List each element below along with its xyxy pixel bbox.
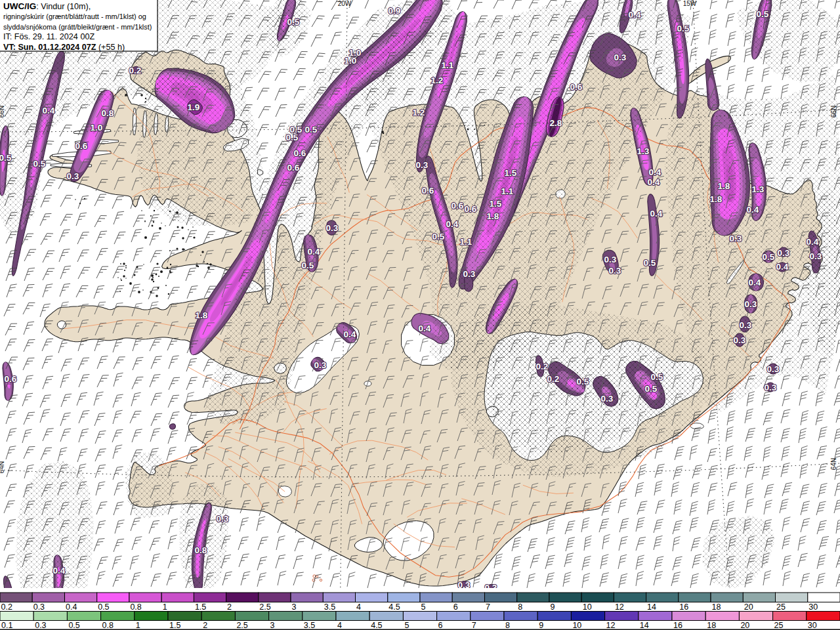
- svg-text:0.4: 0.4: [747, 205, 759, 215]
- svg-text:4.5: 4.5: [388, 602, 400, 612]
- svg-text:0.4: 0.4: [53, 566, 66, 576]
- svg-text:0.3: 0.3: [217, 514, 229, 524]
- svg-text:9: 9: [550, 602, 555, 612]
- svg-text:0.5: 0.5: [763, 252, 775, 262]
- svg-text:3.5: 3.5: [324, 602, 335, 612]
- svg-text:0.2: 0.2: [547, 374, 560, 384]
- svg-text:0.4: 0.4: [650, 209, 663, 219]
- svg-text:0.8: 0.8: [130, 602, 141, 612]
- svg-text:0.4: 0.4: [776, 262, 789, 272]
- svg-text:6: 6: [438, 621, 443, 630]
- svg-text:0.6: 0.6: [422, 186, 434, 196]
- svg-text:0.6: 0.6: [452, 201, 464, 211]
- svg-text:8: 8: [518, 602, 522, 612]
- svg-text:1.1: 1.1: [501, 186, 514, 196]
- svg-text:1.9: 1.9: [188, 102, 200, 112]
- svg-text:0.5: 0.5: [757, 9, 769, 19]
- svg-text:0.3: 0.3: [778, 248, 790, 258]
- svg-text:20: 20: [740, 621, 749, 630]
- svg-text:0.6: 0.6: [570, 82, 583, 92]
- svg-text:0.4: 0.4: [66, 602, 77, 612]
- svg-text:0.6: 0.6: [5, 374, 17, 384]
- svg-text:0.6: 0.6: [294, 148, 306, 158]
- svg-text:25: 25: [776, 602, 786, 612]
- svg-text:0.8: 0.8: [102, 621, 114, 630]
- svg-text:IT: Fös. 29. 11. 2024 00Z: IT: Fös. 29. 11. 2024 00Z: [3, 32, 94, 41]
- svg-text:VT: Sun. 01.12.2024 07Z (+55 h: VT: Sun. 01.12.2024 07Z (+55 h): [3, 43, 125, 52]
- svg-text:0.5: 0.5: [677, 24, 690, 33]
- svg-text:0.3: 0.3: [33, 602, 45, 612]
- svg-text:8: 8: [505, 621, 510, 630]
- svg-text:0.5: 0.5: [645, 384, 658, 394]
- svg-text:0.5: 0.5: [33, 159, 46, 169]
- svg-text:1.5: 1.5: [169, 621, 180, 630]
- svg-text:4.5: 4.5: [371, 621, 382, 630]
- svg-text:0.2: 0.2: [536, 362, 549, 371]
- svg-text:1.0: 1.0: [345, 56, 357, 66]
- svg-text:16: 16: [673, 621, 682, 630]
- svg-text:0.5: 0.5: [577, 377, 589, 387]
- svg-text:0.4: 0.4: [308, 247, 320, 257]
- svg-text:0.3: 0.3: [614, 52, 627, 62]
- svg-text:1.3: 1.3: [752, 184, 765, 194]
- svg-text:UWC/IG: Vindur (10m),: UWC/IG: Vindur (10m),: [3, 1, 91, 11]
- svg-text:6: 6: [453, 602, 458, 612]
- svg-text:0.6: 0.6: [75, 141, 88, 151]
- svg-text:18: 18: [707, 621, 716, 630]
- svg-text:64N: 64N: [830, 458, 837, 470]
- svg-text:3: 3: [270, 621, 275, 630]
- svg-text:0.3: 0.3: [810, 251, 822, 261]
- svg-text:14: 14: [647, 602, 656, 612]
- svg-text:66N: 66N: [830, 106, 837, 117]
- svg-text:0.3: 0.3: [609, 266, 621, 276]
- svg-text:2.8: 2.8: [550, 118, 562, 128]
- svg-text:30: 30: [808, 602, 818, 612]
- svg-text:1.1: 1.1: [442, 60, 454, 70]
- svg-text:10: 10: [572, 621, 581, 630]
- svg-text:0.3: 0.3: [463, 269, 476, 279]
- svg-text:slydda/snjókoma (grátt/bleikt/: slydda/snjókoma (grátt/bleikt/grænt - mm…: [3, 23, 152, 31]
- svg-text:0.3: 0.3: [730, 234, 742, 243]
- svg-text:rigning/skúrir (grænt/blátt/ra: rigning/skúrir (grænt/blátt/rautt - mm/1…: [3, 12, 146, 20]
- svg-text:0.5: 0.5: [651, 372, 663, 382]
- svg-text:0.5: 0.5: [644, 258, 656, 268]
- svg-text:64N: 64N: [0, 461, 5, 473]
- svg-text:1.2: 1.2: [413, 108, 425, 117]
- svg-text:0.5: 0.5: [286, 133, 299, 142]
- svg-text:0.3: 0.3: [314, 360, 327, 370]
- svg-text:9: 9: [539, 621, 543, 630]
- svg-text:0.5: 0.5: [98, 602, 109, 612]
- svg-text:0.4: 0.4: [446, 219, 459, 229]
- svg-text:0.1: 0.1: [1, 621, 12, 630]
- svg-text:0.4: 0.4: [344, 329, 356, 339]
- svg-text:1.0: 1.0: [91, 123, 103, 133]
- svg-text:2: 2: [203, 621, 207, 630]
- svg-text:0.4: 0.4: [649, 167, 662, 177]
- svg-text:1.8: 1.8: [487, 211, 499, 221]
- svg-text:4: 4: [337, 621, 342, 630]
- svg-text:1.1: 1.1: [460, 237, 472, 247]
- svg-text:0.9: 0.9: [388, 6, 401, 16]
- svg-text:0.4: 0.4: [43, 106, 55, 116]
- svg-text:15W: 15W: [683, 0, 697, 7]
- svg-text:0.5: 0.5: [305, 125, 318, 135]
- svg-text:0.5: 0.5: [287, 17, 300, 27]
- svg-text:0.8: 0.8: [102, 108, 114, 118]
- svg-text:10: 10: [583, 602, 592, 612]
- svg-text:12: 12: [606, 621, 616, 630]
- svg-text:0.2: 0.2: [1, 602, 12, 612]
- svg-text:0.2: 0.2: [129, 66, 142, 75]
- svg-text:2.5: 2.5: [236, 621, 247, 630]
- svg-text:0.3: 0.3: [35, 621, 46, 630]
- svg-text:0.3: 0.3: [745, 299, 757, 309]
- svg-text:0.3: 0.3: [767, 364, 780, 374]
- svg-text:0.3: 0.3: [740, 320, 752, 330]
- svg-text:2.5: 2.5: [259, 602, 270, 612]
- svg-text:1.8: 1.8: [718, 181, 730, 191]
- svg-text:25: 25: [774, 621, 784, 630]
- svg-text:0.6: 0.6: [465, 204, 477, 214]
- svg-text:0.4: 0.4: [419, 324, 431, 333]
- svg-text:1.5: 1.5: [195, 602, 206, 612]
- svg-text:7: 7: [472, 621, 476, 630]
- svg-text:3: 3: [292, 602, 297, 612]
